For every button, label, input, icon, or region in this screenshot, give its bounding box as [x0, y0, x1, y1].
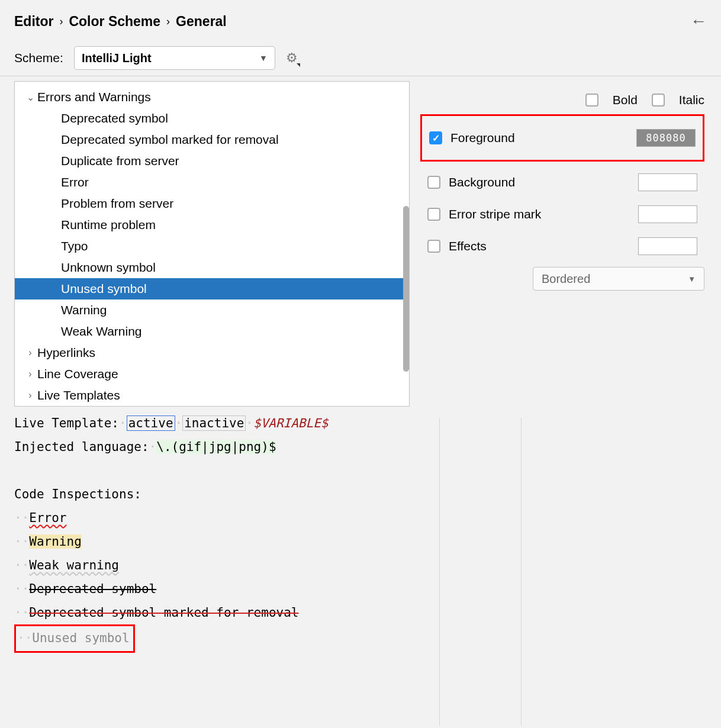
- tree-item[interactable]: Unknown symbol: [15, 257, 409, 278]
- foreground-color-swatch[interactable]: 808080: [636, 129, 696, 147]
- effects-color-swatch[interactable]: [638, 237, 697, 255]
- effects-type-value: Bordered: [542, 272, 590, 286]
- error-stripe-color-swatch[interactable]: [638, 205, 697, 223]
- scheme-value: IntelliJ Light: [82, 51, 152, 65]
- background-color-swatch[interactable]: [638, 173, 697, 191]
- bold-label: Bold: [613, 93, 638, 107]
- preview-warning: Warning: [29, 534, 82, 549]
- bold-checkbox[interactable]: [585, 94, 598, 107]
- tree-item[interactable]: Problem from server: [15, 193, 409, 214]
- preview-deprecated-removal: Deprecated symbol marked for removal: [29, 605, 298, 620]
- tree-item[interactable]: Runtime problem: [15, 214, 409, 236]
- chevron-down-icon: ▼: [688, 275, 696, 284]
- chevron-right-icon: ›: [23, 369, 37, 379]
- back-arrow-icon[interactable]: ←: [690, 12, 707, 31]
- tree-group-label: Errors and Warnings: [37, 90, 151, 104]
- tree-group-hyperlinks[interactable]: › Hyperlinks: [15, 342, 409, 363]
- tree-group-line-coverage[interactable]: › Line Coverage: [15, 363, 409, 385]
- preview-variable: $VARIABLE$: [253, 416, 328, 430]
- scheme-select[interactable]: IntelliJ Light ▼: [74, 46, 275, 70]
- attributes-panel: Bold Italic Foreground 808080 Background…: [420, 76, 721, 407]
- chevron-down-icon: ⌄: [23, 92, 37, 103]
- background-label: Background: [449, 175, 630, 189]
- preview-unused-symbol: Unused symbol: [32, 631, 129, 645]
- breadcrumb: Editor › Color Scheme › General ←: [0, 0, 721, 37]
- chevron-right-icon: ›: [23, 390, 37, 401]
- chevron-down-icon: ▼: [259, 53, 268, 63]
- italic-label: Italic: [679, 93, 704, 107]
- preview-deprecated: Deprecated symbol: [29, 582, 156, 596]
- tree-item[interactable]: Duplicate from server: [15, 150, 409, 172]
- effects-label: Effects: [449, 239, 630, 253]
- category-tree[interactable]: ⌄ Errors and Warnings Deprecated symbol …: [14, 81, 410, 407]
- preview-gutter-line: [439, 418, 440, 653]
- preview-error: Error: [29, 511, 66, 525]
- preview-active-box: active: [127, 415, 175, 431]
- chevron-right-icon: ›: [166, 15, 170, 28]
- breadcrumb-editor[interactable]: Editor: [14, 14, 53, 30]
- tree-item[interactable]: Deprecated symbol marked for removal: [15, 129, 409, 150]
- tree-item[interactable]: Weak Warning: [15, 321, 409, 342]
- preview-weak-warning: Weak warning: [29, 558, 119, 572]
- error-stripe-label: Error stripe mark: [449, 207, 630, 221]
- tree-item[interactable]: Deprecated symbol: [15, 108, 409, 129]
- effects-checkbox[interactable]: [427, 240, 440, 253]
- effects-type-select[interactable]: Bordered ▼: [533, 267, 704, 291]
- italic-checkbox[interactable]: [652, 94, 665, 107]
- breadcrumb-general[interactable]: General: [176, 14, 227, 30]
- preview-inactive-box: inactive: [182, 415, 246, 431]
- background-checkbox[interactable]: [427, 176, 440, 189]
- tree-item[interactable]: Error: [15, 172, 409, 193]
- tree-item-unused-symbol[interactable]: Unused symbol: [15, 278, 409, 299]
- preview-live-template-label: Live Template:: [14, 416, 119, 430]
- chevron-right-icon: ›: [23, 347, 37, 358]
- breadcrumb-color-scheme[interactable]: Color Scheme: [69, 14, 160, 30]
- foreground-checkbox[interactable]: [429, 131, 442, 144]
- preview-unused-highlight: ··Unused symbol: [14, 624, 135, 653]
- chevron-right-icon: ›: [59, 15, 63, 28]
- preview-injected-regex: \.(gif|jpg|png)$: [156, 440, 276, 454]
- scrollbar-thumb[interactable]: [403, 206, 409, 372]
- error-stripe-checkbox[interactable]: [427, 208, 440, 221]
- tree-group-live-templates[interactable]: › Live Templates: [15, 385, 409, 406]
- tree-item[interactable]: Typo: [15, 236, 409, 257]
- gear-icon: ⚙: [286, 50, 298, 65]
- preview-code-inspections-label: Code Inspections:: [14, 482, 436, 506]
- preview-panel: Live Template:·active·inactive·$VARIABLE…: [14, 411, 436, 653]
- scheme-label: Scheme:: [14, 51, 63, 65]
- tree-group-errors-warnings[interactable]: ⌄ Errors and Warnings: [15, 86, 409, 108]
- tree-item[interactable]: Warning: [15, 299, 409, 321]
- foreground-row-highlight: Foreground 808080: [420, 114, 704, 162]
- preview-gutter-line: [521, 418, 522, 653]
- dropdown-triangle-icon: [297, 63, 300, 67]
- scheme-gear-button[interactable]: ⚙: [286, 50, 298, 66]
- preview-injected-label: Injected language:: [14, 440, 149, 454]
- foreground-label: Foreground: [450, 131, 628, 145]
